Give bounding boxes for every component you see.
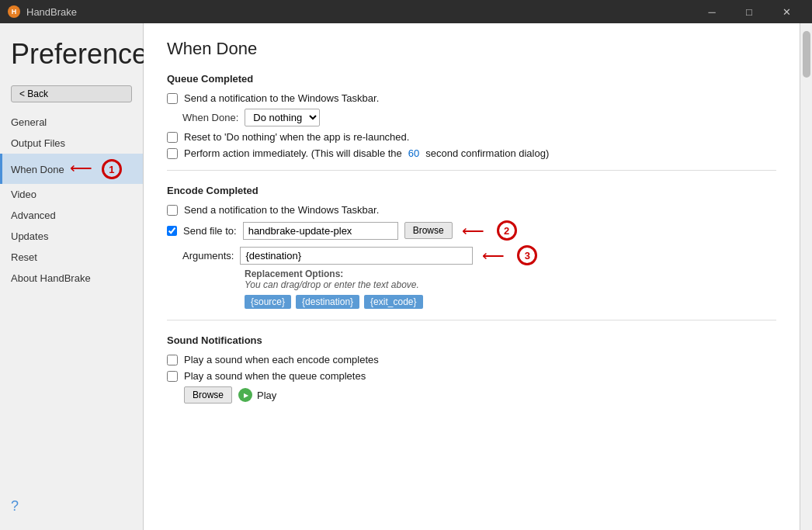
annotation-circle-3: 3 <box>517 245 537 265</box>
when-done-select[interactable]: Do nothing Shut down Hibernate Suspend L… <box>245 109 320 126</box>
arguments-row: Arguments: ⟵ 3 <box>167 245 776 265</box>
back-button[interactable]: < Back <box>11 85 132 102</box>
reset-on-relaunch-row: Reset to 'Do nothing' when the app is re… <box>167 131 776 143</box>
replacement-hint: You can drag/drop or enter the text abov… <box>245 279 776 290</box>
divider-2 <box>167 320 776 320</box>
play-button[interactable]: Play <box>238 388 276 402</box>
sound-queue-checkbox[interactable] <box>167 371 178 382</box>
sidebar-item-when-done[interactable]: When Done ⟵ 1 <box>0 154 143 185</box>
sound-each-encode-checkbox[interactable] <box>167 355 178 365</box>
app-body: Preferences < Back General Output Files … <box>0 23 812 530</box>
sound-browse-row: Browse Play <box>167 386 776 404</box>
annotation-arrow-2: ⟵ <box>462 221 484 240</box>
scrollbar[interactable] <box>800 23 812 530</box>
reset-on-relaunch-checkbox[interactable] <box>167 132 178 143</box>
main-content: When Done Queue Completed Send a notific… <box>144 23 800 530</box>
perform-immediately-checkbox[interactable] <box>167 148 178 159</box>
destination-tag-button[interactable]: {destination} <box>296 295 359 309</box>
when-done-row: When Done: Do nothing Shut down Hibernat… <box>167 109 776 126</box>
title-bar: H HandBrake ─ □ ✕ <box>0 0 812 23</box>
sound-each-encode-row: Play a sound when each encode completes <box>167 354 776 365</box>
close-button[interactable]: ✕ <box>769 0 804 23</box>
app-icon: H <box>8 5 20 18</box>
sidebar: Preferences < Back General Output Files … <box>0 23 144 530</box>
perform-immediately-label2: second confirmation dialog) <box>425 147 549 159</box>
queue-notification-row: Send a notification to the Windows Taskb… <box>167 92 776 104</box>
annotation-circle-2: 2 <box>497 220 517 241</box>
sound-each-encode-label: Play a sound when each encode completes <box>184 354 379 365</box>
play-label: Play <box>257 390 276 401</box>
sound-queue-label: Play a sound when the queue completes <box>184 370 366 382</box>
replacement-options: Replacement Options: You can drag/drop o… <box>167 268 776 290</box>
sound-browse-button[interactable]: Browse <box>184 386 232 404</box>
window-controls: ─ □ ✕ <box>694 0 804 23</box>
queue-notification-label: Send a notification to the Windows Taskb… <box>184 92 379 104</box>
send-file-checkbox[interactable] <box>167 226 177 236</box>
scrollbar-thumb[interactable] <box>803 31 810 78</box>
sidebar-item-about[interactable]: About HandBrake <box>0 268 143 289</box>
minimize-button[interactable]: ─ <box>694 0 730 23</box>
sidebar-item-output-files[interactable]: Output Files <box>0 133 143 154</box>
sound-notifications-title: Sound Notifications <box>167 334 776 346</box>
sidebar-item-general[interactable]: General <box>0 112 143 133</box>
arguments-input[interactable] <box>240 247 473 265</box>
play-icon <box>238 388 252 402</box>
perform-immediately-label1: Perform action immediately. (This will d… <box>184 147 402 159</box>
exit-code-tag-button[interactable]: {exit_code} <box>364 295 422 309</box>
tag-buttons: {source} {destination} {exit_code} <box>167 295 776 309</box>
send-file-input[interactable] <box>243 222 398 240</box>
annotation-arrow-3: ⟵ <box>482 246 505 265</box>
source-tag-button[interactable]: {source} <box>245 295 291 309</box>
sidebar-item-video[interactable]: Video <box>0 184 143 205</box>
page-title: When Done <box>167 39 776 59</box>
send-file-label: Send file to: <box>183 225 237 237</box>
confirmation-link[interactable]: 60 <box>408 147 419 159</box>
annotation-circle-1: 1 <box>102 159 122 179</box>
sidebar-item-advanced[interactable]: Advanced <box>0 205 143 226</box>
arguments-label: Arguments: <box>182 250 234 262</box>
perform-immediately-row: Perform action immediately. (This will d… <box>167 147 776 159</box>
annotation-arrow-1: ⟵ <box>70 158 92 177</box>
sidebar-item-updates[interactable]: Updates <box>0 226 143 247</box>
encode-completed-title: Encode Completed <box>167 185 776 196</box>
sidebar-title: Preferences <box>0 31 143 85</box>
encode-notification-row: Send a notification to the Windows Taskb… <box>167 204 776 216</box>
reset-on-relaunch-label: Reset to 'Do nothing' when the app is re… <box>184 131 409 143</box>
encode-notification-label: Send a notification to the Windows Taskb… <box>184 204 379 216</box>
send-file-row: Send file to: Browse ⟵ 2 <box>167 220 776 241</box>
maximize-button[interactable]: □ <box>731 0 767 23</box>
replacement-label: Replacement Options: <box>245 268 776 279</box>
when-done-label: When Done: <box>182 112 238 123</box>
send-file-browse-button[interactable]: Browse <box>404 222 453 239</box>
queue-completed-title: Queue Completed <box>167 73 776 85</box>
help-icon[interactable]: ? <box>0 490 143 522</box>
divider-1 <box>167 170 776 171</box>
sound-queue-row: Play a sound when the queue completes <box>167 370 776 382</box>
sidebar-item-reset[interactable]: Reset <box>0 247 143 268</box>
title-bar-text: HandBrake <box>26 6 694 18</box>
queue-notification-checkbox[interactable] <box>167 93 178 104</box>
encode-notification-checkbox[interactable] <box>167 205 178 216</box>
